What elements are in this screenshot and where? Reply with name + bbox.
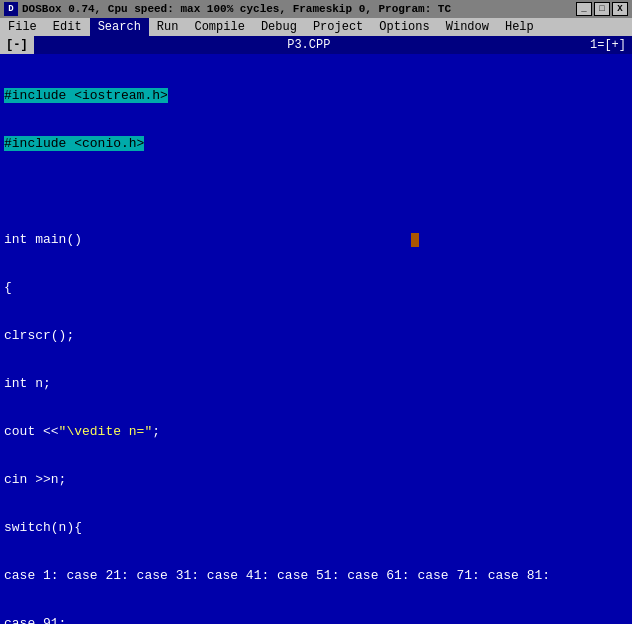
- tab-filename: P3.CPP: [34, 38, 584, 52]
- window-controls: _ □ X: [576, 2, 628, 16]
- code-editor[interactable]: #include <iostream.h> #include <conio.h>…: [0, 54, 632, 624]
- code-line-1: #include <iostream.h>: [4, 88, 628, 104]
- menu-bar: File Edit Search Run Compile Debug Proje…: [0, 18, 632, 36]
- tab-left: [-]: [0, 36, 34, 54]
- menu-compile[interactable]: Compile: [186, 18, 252, 36]
- code-line-4: int main(): [4, 232, 628, 248]
- code-line-12: case 91:: [4, 616, 628, 624]
- code-line-6: clrscr();: [4, 328, 628, 344]
- code-line-11: case 1: case 21: case 31: case 41: case …: [4, 568, 628, 584]
- menu-options[interactable]: Options: [371, 18, 437, 36]
- minimize-button[interactable]: _: [576, 2, 592, 16]
- menu-project[interactable]: Project: [305, 18, 371, 36]
- menu-search[interactable]: Search: [90, 18, 149, 36]
- menu-edit[interactable]: Edit: [45, 18, 90, 36]
- code-line-2: #include <conio.h>: [4, 136, 628, 152]
- tab-bar: [-] P3.CPP 1=[+]: [0, 36, 632, 54]
- maximize-button[interactable]: □: [594, 2, 610, 16]
- code-line-7: int n;: [4, 376, 628, 392]
- code-line-10: switch(n){: [4, 520, 628, 536]
- code-line-9: cin >>n;: [4, 472, 628, 488]
- menu-help[interactable]: Help: [497, 18, 542, 36]
- menu-debug[interactable]: Debug: [253, 18, 305, 36]
- menu-file[interactable]: File: [0, 18, 45, 36]
- title-bar: D DOSBox 0.74, Cpu speed: max 100% cycle…: [0, 0, 632, 18]
- title-text: DOSBox 0.74, Cpu speed: max 100% cycles,…: [22, 3, 572, 15]
- app-icon-text: D: [8, 4, 13, 14]
- app-icon: D: [4, 2, 18, 16]
- cursor-block: [411, 233, 419, 247]
- close-button[interactable]: X: [612, 2, 628, 16]
- tab-right: 1=[+]: [584, 38, 632, 52]
- code-line-3: [4, 184, 628, 200]
- menu-run[interactable]: Run: [149, 18, 187, 36]
- code-line-8: cout <<"\vedite n=";: [4, 424, 628, 440]
- editor-container[interactable]: [-] P3.CPP 1=[+] #include <iostream.h> #…: [0, 36, 632, 624]
- menu-window[interactable]: Window: [438, 18, 497, 36]
- code-line-5: {: [4, 280, 628, 296]
